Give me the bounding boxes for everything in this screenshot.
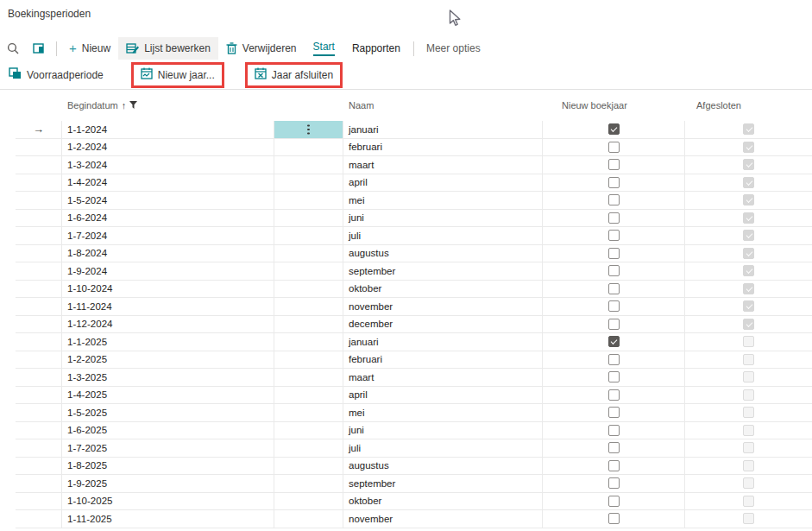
cell-begindatum[interactable]: 1-11-2024 — [62, 298, 274, 315]
row-menu-cell[interactable] — [274, 156, 343, 174]
row-menu-cell[interactable] — [274, 227, 343, 244]
checkbox-nieuw-boekjaar[interactable] — [608, 496, 620, 507]
row-menu-cell[interactable] — [274, 245, 343, 262]
cell-begindatum[interactable]: 1-7-2025 — [62, 439, 274, 457]
checkbox-nieuw-boekjaar[interactable] — [608, 513, 620, 524]
checkbox-nieuw-boekjaar[interactable] — [608, 283, 620, 294]
checkbox-nieuw-boekjaar[interactable] — [608, 123, 620, 135]
table-row[interactable]: → 1-10-2024 oktober — [16, 281, 812, 299]
table-row[interactable]: → 1-8-2025 augustus — [16, 458, 812, 476]
checkbox-nieuw-boekjaar[interactable] — [608, 442, 620, 453]
cell-begindatum[interactable]: 1-3-2024 — [62, 156, 274, 174]
cell-begindatum[interactable]: 1-7-2024 — [62, 227, 274, 244]
checkbox-nieuw-boekjaar[interactable] — [608, 407, 620, 418]
row-menu-cell[interactable] — [274, 510, 343, 528]
search-button[interactable] — [0, 37, 26, 60]
cell-begindatum[interactable]: 1-5-2025 — [62, 404, 274, 421]
row-menu-cell[interactable] — [274, 210, 343, 227]
cell-begindatum[interactable]: 1-2-2025 — [62, 351, 274, 369]
table-row[interactable]: → 1-5-2025 mei — [16, 404, 812, 422]
edit-list-button[interactable]: Lijst bewerken — [118, 37, 218, 60]
table-row[interactable]: → 1-7-2024 juli — [16, 227, 812, 245]
table-row[interactable]: → 1-11-2025 november — [16, 510, 812, 528]
cell-begindatum[interactable]: 1-1-2025 — [62, 333, 274, 351]
table-row[interactable]: → 1-4-2024 april — [16, 174, 812, 193]
cell-naam[interactable]: november — [343, 298, 543, 315]
cell-naam[interactable]: augustus — [343, 458, 543, 475]
row-menu-cell[interactable] — [274, 439, 343, 457]
row-menu-cell[interactable] — [274, 262, 343, 280]
table-row[interactable]: → 1-1-2025 januari — [16, 333, 812, 351]
cell-begindatum[interactable]: 1-4-2024 — [62, 174, 274, 192]
cell-naam[interactable]: juni — [343, 210, 543, 227]
row-menu-cell[interactable] — [274, 281, 343, 298]
row-menu-cell[interactable] — [274, 139, 343, 156]
row-menu-cell[interactable] — [274, 192, 343, 209]
table-row[interactable]: → 1-9-2025 september — [16, 475, 812, 493]
cell-naam[interactable]: juli — [343, 439, 543, 457]
checkbox-nieuw-boekjaar[interactable] — [608, 194, 620, 205]
table-row[interactable]: → 1-3-2024 maart — [16, 156, 812, 174]
checkbox-nieuw-boekjaar[interactable] — [608, 389, 620, 401]
cell-naam[interactable]: januari — [343, 121, 543, 138]
column-header-begindatum[interactable]: Begindatum ↑ — [62, 100, 274, 111]
cell-naam[interactable]: april — [343, 387, 543, 404]
row-menu-cell[interactable] — [274, 121, 343, 138]
cell-begindatum[interactable]: 1-10-2025 — [62, 493, 274, 510]
row-menu-cell[interactable] — [274, 458, 343, 475]
table-row[interactable]: → 1-9-2024 september — [16, 262, 812, 281]
checkbox-nieuw-boekjaar[interactable] — [608, 300, 620, 312]
cell-naam[interactable]: september — [343, 475, 543, 492]
row-menu-cell[interactable] — [274, 422, 343, 439]
checkbox-nieuw-boekjaar[interactable] — [608, 177, 620, 188]
table-row[interactable]: → 1-12-2024 december — [16, 316, 812, 334]
more-options-button[interactable]: Meer opties — [419, 37, 488, 60]
table-row[interactable]: → 1-5-2024 mei — [16, 192, 812, 210]
table-row[interactable]: → 1-1-2024 januari — [16, 121, 812, 139]
row-menu-cell[interactable] — [274, 298, 343, 315]
cell-naam[interactable]: juli — [343, 227, 543, 244]
table-row[interactable]: → 1-6-2024 juni — [16, 210, 812, 228]
checkbox-nieuw-boekjaar[interactable] — [608, 460, 620, 471]
new-button[interactable]: + Nieuw — [61, 37, 118, 60]
row-menu-cell[interactable] — [274, 351, 343, 369]
delete-button[interactable]: Verwijderen — [218, 37, 305, 60]
cell-naam[interactable]: september — [343, 262, 543, 280]
row-menu-cell[interactable] — [274, 174, 343, 192]
checkbox-nieuw-boekjaar[interactable] — [608, 212, 620, 224]
jaar-afsluiten-button[interactable]: Jaar afsluiten — [248, 65, 340, 85]
row-menu-cell[interactable] — [274, 369, 343, 386]
nieuw-jaar-button[interactable]: Nieuw jaar... — [134, 65, 222, 85]
table-row[interactable]: → 1-2-2024 februari — [16, 139, 812, 157]
cell-naam[interactable]: december — [343, 316, 543, 333]
row-menu-cell[interactable] — [274, 333, 343, 351]
checkbox-nieuw-boekjaar[interactable] — [608, 319, 620, 330]
checkbox-nieuw-boekjaar[interactable] — [608, 230, 620, 241]
row-menu-cell[interactable] — [274, 475, 343, 492]
cell-naam[interactable]: oktober — [343, 493, 543, 510]
row-menu-cell[interactable] — [274, 316, 343, 333]
voorraadperiode-button[interactable]: Voorraadperiode — [2, 65, 110, 85]
table-row[interactable]: → 1-6-2025 juni — [16, 422, 812, 440]
tab-start[interactable]: Start — [305, 37, 343, 60]
checkbox-nieuw-boekjaar[interactable] — [608, 265, 620, 276]
checkbox-nieuw-boekjaar[interactable] — [608, 425, 620, 436]
cell-begindatum[interactable]: 1-4-2025 — [62, 387, 274, 404]
checkbox-nieuw-boekjaar[interactable] — [608, 159, 620, 170]
row-menu-cell[interactable] — [274, 387, 343, 404]
column-header-nieuw-boekjaar[interactable]: Nieuw boekjaar — [543, 100, 685, 111]
cell-begindatum[interactable]: 1-3-2025 — [62, 369, 274, 386]
cell-naam[interactable]: maart — [343, 156, 543, 174]
cell-begindatum[interactable]: 1-2-2024 — [62, 139, 274, 156]
checkbox-nieuw-boekjaar[interactable] — [608, 248, 620, 259]
cell-begindatum[interactable]: 1-9-2025 — [62, 475, 274, 492]
cell-naam[interactable]: augustus — [343, 245, 543, 262]
cell-naam[interactable]: oktober — [343, 281, 543, 298]
checkbox-nieuw-boekjaar[interactable] — [608, 142, 620, 153]
cell-naam[interactable]: november — [343, 510, 543, 528]
row-menu-cell[interactable] — [274, 493, 343, 510]
cell-begindatum[interactable]: 1-10-2024 — [62, 281, 274, 298]
table-row[interactable]: → 1-11-2024 november — [16, 298, 812, 316]
cell-begindatum[interactable]: 1-6-2024 — [62, 210, 274, 227]
table-row[interactable]: → 1-10-2025 oktober — [16, 493, 812, 511]
